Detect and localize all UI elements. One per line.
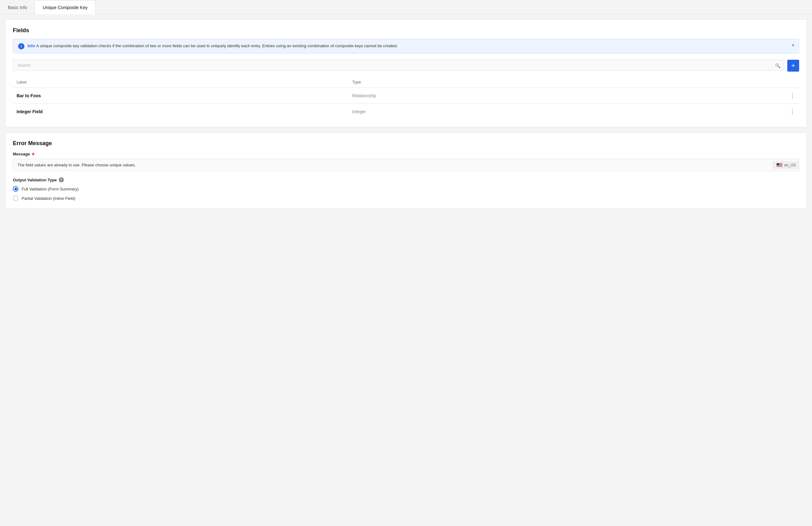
add-field-button[interactable]: + xyxy=(787,60,799,72)
radio-circle-full xyxy=(13,186,18,192)
table-row: Integer Field Integer ⋮ xyxy=(13,104,799,120)
search-input[interactable] xyxy=(13,60,784,71)
info-icon: i xyxy=(18,43,25,49)
field-name: Integer Field xyxy=(13,104,348,120)
table-row: Bar to Foos Relationship ⋮ xyxy=(13,88,799,104)
radio-partial[interactable]: Partial Validation (Inline Field) xyxy=(13,195,799,201)
radio-group: Full Validation (Form Summary) Partial V… xyxy=(13,186,799,201)
tab-basic-info[interactable]: Basic Info xyxy=(0,0,35,14)
fields-table: Label Type Bar to Foos Relationship ⋮ In… xyxy=(13,77,799,119)
radio-full[interactable]: Full Validation (Form Summary) xyxy=(13,186,799,192)
fields-card: Fields i InfoA unique composite key vali… xyxy=(5,19,807,127)
tabs-bar: Basic Info Unique Composite Key xyxy=(0,0,812,14)
field-type: Relationship xyxy=(348,88,665,104)
locale-badge: en_US xyxy=(773,161,799,169)
search-wrap: 🔍 xyxy=(13,60,784,72)
info-banner: i InfoA unique composite key validation … xyxy=(13,39,799,54)
message-label: Message ★ xyxy=(13,152,799,156)
field-type: Integer xyxy=(348,104,665,120)
message-input[interactable] xyxy=(13,159,773,171)
fields-title: Fields xyxy=(13,27,799,34)
page-content: Fields i InfoA unique composite key vali… xyxy=(0,14,812,214)
help-icon: ? xyxy=(59,177,64,182)
info-label: Info xyxy=(28,43,35,48)
output-type-label: Output Validation Type ? xyxy=(13,177,799,182)
radio-label-partial: Partial Validation (Inline Field) xyxy=(21,196,75,201)
col-type-header: Type xyxy=(348,77,665,88)
radio-circle-partial xyxy=(13,195,18,201)
row-menu-button[interactable]: ⋮ xyxy=(665,104,799,120)
col-label-header: Label xyxy=(13,77,348,88)
message-input-wrap: en_US xyxy=(13,159,799,171)
flag-icon xyxy=(776,163,783,167)
radio-label-full: Full Validation (Form Summary) xyxy=(21,187,79,191)
field-name: Bar to Foos xyxy=(13,88,348,104)
error-message-title: Error Message xyxy=(13,140,799,147)
tab-unique-composite-key[interactable]: Unique Composite Key xyxy=(35,0,95,14)
error-message-card: Error Message Message ★ en_US xyxy=(5,132,807,209)
required-star: ★ xyxy=(31,152,35,156)
info-banner-text: InfoA unique composite key validation ch… xyxy=(28,43,398,49)
close-banner-button[interactable]: × xyxy=(792,43,795,48)
search-icon: 🔍 xyxy=(775,63,780,68)
row-menu-button[interactable]: ⋮ xyxy=(665,88,799,104)
search-row: 🔍 + xyxy=(13,60,799,72)
locale-label: en_US xyxy=(784,163,796,167)
